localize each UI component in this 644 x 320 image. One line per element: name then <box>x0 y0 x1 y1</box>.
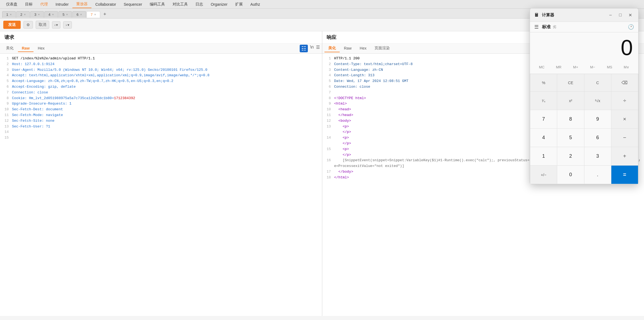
calc-close-button[interactable]: ✕ <box>626 11 634 19</box>
calc-sqrt-button[interactable]: ²√x <box>584 92 611 110</box>
calc-1-button[interactable]: 1 <box>530 147 557 165</box>
table-row: 12 Sec-Fetch-Site: none <box>3 118 319 124</box>
table-row: 11 Sec-Fetch-Mode: navigate <box>3 112 319 118</box>
calc-decimal-button[interactable]: . <box>584 166 611 184</box>
req-tab-5[interactable]: 5 × <box>59 11 72 18</box>
calc-reciprocal-button[interactable]: ¹⁄ₓ <box>530 92 557 110</box>
menu-icon[interactable]: ☰ <box>316 45 320 52</box>
document-icon[interactable]: ☷ <box>300 45 308 52</box>
calc-hamburger-icon[interactable]: ☰ <box>534 24 539 30</box>
nav-organizer[interactable]: Organizer <box>207 1 231 8</box>
nav-extensions[interactable]: 扩展 <box>231 1 247 8</box>
req-tab-raw[interactable]: Raw <box>18 45 33 52</box>
send-button[interactable]: 发送 <box>3 21 21 29</box>
req-tab-3[interactable]: 3 × <box>30 11 44 18</box>
req-tab-4[interactable]: 4 × <box>44 11 58 18</box>
calc-multiply-button[interactable]: × <box>611 110 638 128</box>
close-tab-4[interactable]: × <box>52 13 54 16</box>
calc-c-button[interactable]: C <box>584 74 611 91</box>
calc-mc-button[interactable]: MC <box>533 63 550 71</box>
nav-intruder[interactable]: Intruder <box>52 1 72 8</box>
nav-logger[interactable]: 日志 <box>192 1 207 8</box>
req-tab-7[interactable]: 7 × <box>87 11 100 18</box>
request-code-content[interactable]: 1 GET /index/%2e%2e/admin/upload HTTP/1.… <box>0 54 322 316</box>
add-tab-button[interactable]: + <box>101 10 109 18</box>
nav-compare[interactable]: 对比工具 <box>169 1 192 8</box>
req-tab-6[interactable]: 6 × <box>72 11 86 18</box>
nav-collaborator[interactable]: Collaborator <box>91 1 120 8</box>
table-row: 4 Accept: text/html,application/xhtml+xm… <box>3 73 319 78</box>
request-panel-tabs: 美化 Raw Hex ☷ \n ☰ <box>0 44 322 54</box>
table-row: 14 <box>3 129 319 135</box>
calc-mv-button[interactable]: M∨ <box>618 63 635 71</box>
calc-maximize-button[interactable]: □ <box>617 11 624 19</box>
nav-dashboard[interactable]: 仪表盘 <box>2 1 21 8</box>
calc-ce-button[interactable]: CE <box>557 74 584 91</box>
table-row: 1 GET /index/%2e%2e/admin/upload HTTP/1.… <box>3 56 319 62</box>
nav-authz[interactable]: Authz <box>247 1 264 8</box>
calc-6-button[interactable]: 6 <box>584 129 611 147</box>
calc-mminus-button[interactable]: M− <box>584 63 601 71</box>
nav-repeater[interactable]: 重放器 <box>72 1 91 8</box>
calc-subtract-button[interactable]: − <box>611 129 638 147</box>
calc-main-display: 0 <box>621 35 633 60</box>
calculator-icon: 🖩 <box>534 12 539 18</box>
req-tab-hex[interactable]: Hex <box>34 45 48 52</box>
req-tab-1[interactable]: 1 × <box>2 11 16 18</box>
chevron-left-icon: ‹ <box>54 23 56 27</box>
calc-minimize-button[interactable]: – <box>607 11 614 19</box>
close-tab-3[interactable]: × <box>38 13 40 16</box>
calc-history-icon[interactable]: 🕐 <box>628 24 634 30</box>
calc-square-button[interactable]: x² <box>557 92 584 110</box>
close-tab-2[interactable]: × <box>24 13 26 16</box>
calc-mplus-button[interactable]: M+ <box>567 63 584 71</box>
calc-0-button[interactable]: 0 <box>557 166 584 184</box>
resp-tab-render[interactable]: 页面渲染 <box>371 45 394 52</box>
close-tab-1[interactable]: × <box>10 13 11 16</box>
resp-tab-hex[interactable]: Hex <box>356 45 370 52</box>
calculator-window: 🖩 计算器 – □ ✕ ☰ 标准 劣 🕐 0 MC MR M+ M− MS M∨ <box>530 8 639 184</box>
req-tab-beautify[interactable]: 美化 <box>2 45 17 52</box>
calc-9-button[interactable]: 9 <box>584 110 611 128</box>
table-row: 13 Sec-Fetch-User: ?1 <box>3 124 319 130</box>
calc-ms-button[interactable]: MS <box>601 63 618 71</box>
calc-2-button[interactable]: 2 <box>557 147 584 165</box>
resp-tab-beautify[interactable]: 美化 <box>324 45 340 52</box>
calc-equals-button[interactable]: = <box>611 166 638 184</box>
nav-proxy[interactable]: 代理 <box>36 1 52 8</box>
calc-backspace-button[interactable]: ⌫ <box>611 74 638 91</box>
calc-percent-button[interactable]: % <box>530 74 557 91</box>
calc-mr-button[interactable]: MR <box>550 63 567 71</box>
calc-memory-row: MC MR M+ M− MS M∨ <box>530 61 638 74</box>
request-panel: 请求 美化 Raw Hex ☷ \n ☰ 1 GET /index/%2e%2e… <box>0 31 322 316</box>
calc-add-button[interactable]: + <box>611 147 638 165</box>
resp-tab-raw[interactable]: Raw <box>340 45 355 52</box>
calc-display: 0 <box>530 32 638 61</box>
nav-next[interactable]: › ▾ <box>63 21 72 29</box>
paragraph-icon[interactable]: \n <box>310 45 314 52</box>
close-tab-7[interactable]: × <box>94 13 96 16</box>
calc-negate-button[interactable]: +/− <box>530 166 557 184</box>
calc-titlebar: 🖩 计算器 – □ ✕ <box>530 8 638 22</box>
calc-5-button[interactable]: 5 <box>557 129 584 147</box>
close-tab-5[interactable]: × <box>66 13 68 16</box>
calc-7-button[interactable]: 7 <box>530 110 557 128</box>
calc-mode-label: 标准 <box>542 24 551 30</box>
nav-target[interactable]: 目标 <box>21 1 36 8</box>
calc-mode-bar: ☰ 标准 劣 🕐 <box>530 22 638 32</box>
req-tab-2[interactable]: 2 × <box>16 11 30 18</box>
nav-sequencer[interactable]: Sequencer <box>120 1 146 8</box>
close-tab-6[interactable]: × <box>80 13 82 16</box>
nav-encoder[interactable]: 编码工具 <box>146 1 169 8</box>
chevron-right-icon: › <box>66 23 67 27</box>
cancel-button[interactable]: 取消 <box>36 21 49 29</box>
calc-3-button[interactable]: 3 <box>584 147 611 165</box>
settings-button[interactable]: ⚙ <box>23 21 33 29</box>
calc-title: 计算器 <box>542 13 604 18</box>
table-row: 7 Connection: close <box>3 90 319 96</box>
calc-8-button[interactable]: 8 <box>557 110 584 128</box>
nav-prev[interactable]: ‹ ▾ <box>52 21 60 29</box>
calc-4-button[interactable]: 4 <box>530 129 557 147</box>
calc-divide-button[interactable]: ÷ <box>611 92 638 110</box>
calc-mode-sub: 劣 <box>553 25 556 29</box>
